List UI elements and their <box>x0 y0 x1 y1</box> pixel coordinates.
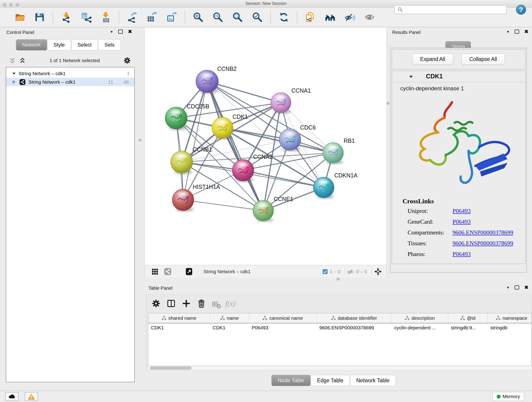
tab-edge-table[interactable]: Edge Table <box>311 375 350 386</box>
tab-node-table[interactable]: Node Table <box>272 375 310 386</box>
tab-network-table[interactable]: Network Table <box>350 375 396 386</box>
network-row-selected[interactable]: String Network – cdk1 11 48 <box>6 78 134 86</box>
import-network-file-icon[interactable] <box>60 11 72 23</box>
collapse-all-button[interactable]: Collapse All <box>462 54 505 65</box>
export-image-icon[interactable] <box>166 11 177 23</box>
zoom-fit-icon[interactable] <box>232 11 244 23</box>
import-table-icon[interactable] <box>100 11 112 23</box>
network-node-CCNE1[interactable] <box>253 200 273 222</box>
selected-checkbox-icon[interactable] <box>322 269 328 274</box>
network-node-CCNA1[interactable] <box>271 93 291 114</box>
tab-network[interactable]: Network <box>16 39 47 51</box>
cloud-button[interactable] <box>5 392 19 401</box>
cloud-icon <box>8 393 16 400</box>
tab-style[interactable]: Style <box>47 39 71 51</box>
memory-button[interactable]: Memory <box>492 392 524 401</box>
tab-select[interactable]: Select <box>71 39 98 51</box>
table-row[interactable]: CDK1CDK1P064939606.ENSP00000378699cyclin… <box>148 323 532 332</box>
add-column-icon[interactable] <box>182 299 191 308</box>
column-header-description[interactable]: description <box>392 313 448 323</box>
hide-glass-eye-icon[interactable] <box>344 11 356 23</box>
import-network-database-icon[interactable] <box>80 11 92 23</box>
refresh-layout-icon[interactable] <box>278 11 290 23</box>
network-options-gear-icon[interactable] <box>123 57 131 64</box>
help-button[interactable]: ? <box>516 5 526 15</box>
network-share-icon[interactable] <box>164 268 172 275</box>
grid-view-icon[interactable] <box>151 268 159 275</box>
copy-network-icon[interactable] <box>304 11 317 23</box>
delete-column-icon[interactable] <box>197 299 206 308</box>
crosslink-link[interactable]: 9606.ENSP00000378699 <box>452 240 513 247</box>
zoom-in-icon[interactable] <box>192 11 204 23</box>
table-cell[interactable]: CDK1 <box>148 323 210 332</box>
node-label-CDK1: CDK1 <box>233 114 248 120</box>
show-eye-icon[interactable] <box>364 11 375 23</box>
maximize-panel-icon[interactable] <box>118 30 123 34</box>
string-home-icon[interactable] <box>324 11 336 23</box>
warnings-button[interactable] <box>25 392 38 401</box>
float-panel-icon[interactable]: ▼ <box>506 30 510 34</box>
close-window-button[interactable] <box>3 3 6 7</box>
expand-all-networks-icon[interactable] <box>19 57 26 64</box>
global-search-input[interactable] <box>405 7 506 13</box>
table-cell[interactable]: stringdb:9... <box>448 323 488 332</box>
left-splitter-handle[interactable] <box>139 139 142 142</box>
minimize-window-button[interactable] <box>9 3 13 7</box>
cdk1-entry-header[interactable]: CDK1 <box>392 71 525 83</box>
close-panel-icon[interactable]: ✖ <box>128 29 132 34</box>
network-node-CDK1[interactable] <box>212 117 233 140</box>
column-header-database-identifier[interactable]: database identifier <box>317 313 392 323</box>
maximize-panel-icon[interactable] <box>515 30 519 34</box>
network-node-CCNA2[interactable] <box>232 160 254 182</box>
close-panel-icon[interactable]: ✖ <box>524 29 528 34</box>
birdseye-view-icon[interactable] <box>185 268 193 275</box>
zoom-out-icon[interactable] <box>212 11 224 23</box>
crosslink-link[interactable]: 9606.ENSP00000378699 <box>452 229 513 236</box>
crosslink-link[interactable]: P06493 <box>452 251 471 258</box>
export-table-icon[interactable] <box>146 11 158 23</box>
bottom-splitter-handle[interactable] <box>336 278 340 281</box>
column-header-name[interactable]: name <box>210 313 249 323</box>
table-cell[interactable]: 9606.ENSP00000378699 <box>317 323 392 332</box>
table-cell[interactable]: CDK1 <box>210 323 249 332</box>
float-panel-icon[interactable]: ▼ <box>110 30 114 34</box>
network-node-CDKN1A[interactable] <box>313 177 334 199</box>
tab-sets[interactable]: Sets <box>98 39 121 51</box>
network-node-CDC6[interactable] <box>279 129 301 152</box>
table-horizontal-scrollbar[interactable] <box>148 366 532 370</box>
network-node-RB1[interactable] <box>323 143 343 164</box>
export-network-icon[interactable] <box>126 11 138 23</box>
hidden-eye-icon[interactable] <box>347 268 355 275</box>
close-panel-icon[interactable]: ✖ <box>524 285 528 290</box>
maximize-panel-icon[interactable] <box>515 285 519 289</box>
collection-expander-icon[interactable] <box>12 71 16 76</box>
table-cell[interactable]: cyclin-dependent ... <box>392 323 448 332</box>
table-settings-gear-icon[interactable] <box>152 299 161 308</box>
column-header-canonical-name[interactable]: canonical name <box>249 313 317 323</box>
network-node-CDC25B[interactable] <box>165 107 187 130</box>
float-panel-icon[interactable]: ▼ <box>506 286 510 289</box>
crosslink-link[interactable]: P06493 <box>452 218 471 225</box>
crosslink-link[interactable]: P06493 <box>452 208 471 215</box>
memory-label: Memory <box>503 394 520 399</box>
network-node-CCNB1[interactable] <box>171 151 193 174</box>
fit-selected-crosshair-icon[interactable] <box>374 268 382 275</box>
column-header-namespace[interactable]: namespace <box>488 313 532 323</box>
table-cell[interactable]: stringdb <box>488 323 532 332</box>
network-node-HIST1H1A[interactable] <box>172 189 194 212</box>
column-header-shared-name[interactable]: shared name <box>148 313 210 323</box>
zoom-selected-icon[interactable] <box>251 11 263 23</box>
open-session-icon[interactable] <box>14 11 26 23</box>
network-canvas[interactable]: CCNB2CCNA1CDC25BCDK1CDC6RB1CCNB1CCNA2CDK… <box>145 27 386 265</box>
entry-expander-icon[interactable] <box>409 74 413 79</box>
table-cell[interactable]: P06493 <box>249 323 317 332</box>
network-collection-row[interactable]: String Network – cdk1 1 <box>6 69 134 78</box>
scrollbar-thumb[interactable] <box>150 366 191 370</box>
expand-all-button[interactable]: Expand All <box>412 54 453 65</box>
show-columns-icon[interactable] <box>167 299 176 308</box>
save-session-icon[interactable] <box>34 11 46 23</box>
zoom-window-button[interactable] <box>16 3 19 7</box>
node-table[interactable]: shared namenamecanonical namedatabase id… <box>148 313 532 366</box>
column-header-@id[interactable]: @id <box>448 313 488 323</box>
collapse-all-networks-icon[interactable] <box>9 57 16 64</box>
